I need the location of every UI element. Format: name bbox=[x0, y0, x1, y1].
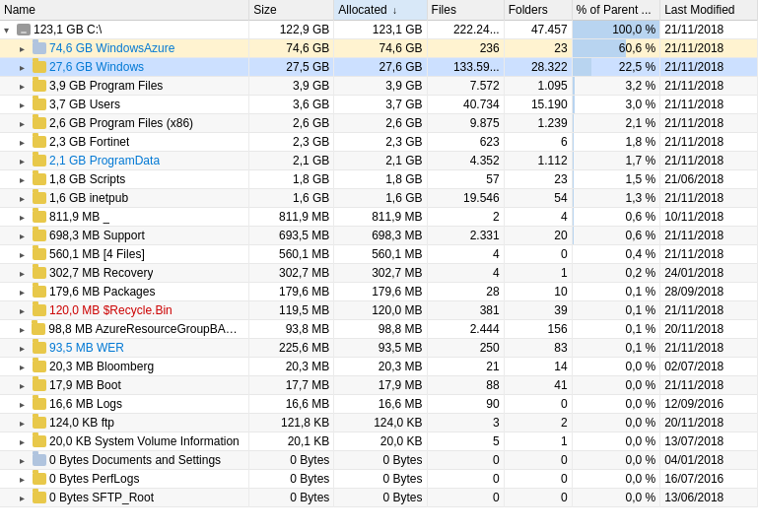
table-row[interactable]: ▸3,7 GB Users3,6 GB3,7 GB40.73415.1903,0… bbox=[0, 96, 758, 114]
files-cell: 5 bbox=[427, 432, 504, 451]
table-row[interactable]: ▸560,1 MB [4 Files]560,1 MB560,1 MB400,4… bbox=[0, 245, 758, 264]
percent-text: 100,0 % bbox=[577, 23, 656, 36]
table-row[interactable]: ▸179,6 MB Packages179,6 MB179,6 MB28100,… bbox=[0, 283, 758, 301]
modified-cell: 02/07/2018 bbox=[660, 358, 758, 376]
table-row[interactable]: ▸1,8 GB Scripts1,8 GB1,8 GB57231,5 %21/0… bbox=[0, 170, 758, 189]
table-row[interactable]: ▾123,1 GB C:\122,9 GB123,1 GB222.24...47… bbox=[0, 21, 758, 39]
folder-icon bbox=[33, 211, 46, 223]
col-header-name[interactable]: Name bbox=[0, 0, 249, 21]
table-row[interactable]: ▸302,7 MB Recovery302,7 MB302,7 MB410,2 … bbox=[0, 264, 758, 283]
col-header-allocated[interactable]: Allocated ↓ bbox=[334, 0, 427, 21]
percent-text: 0,2 % bbox=[577, 266, 656, 280]
table-row[interactable]: ▸120,0 MB $Recycle.Bin119,5 MB120,0 MB38… bbox=[0, 301, 758, 320]
modified-cell: 21/11/2018 bbox=[660, 376, 758, 395]
table-row[interactable]: ▸93,5 MB WER225,6 MB93,5 MB250830,1 %21/… bbox=[0, 339, 758, 358]
expand-arrow[interactable]: ▸ bbox=[20, 118, 30, 129]
expand-arrow[interactable]: ▸ bbox=[20, 174, 30, 185]
table-row[interactable]: ▸20,3 MB Bloomberg20,3 MB20,3 MB21140,0 … bbox=[0, 358, 758, 376]
files-cell: 3 bbox=[427, 414, 504, 432]
percent-cell: 0,0 % bbox=[572, 414, 660, 432]
drive-icon bbox=[17, 24, 31, 35]
table-row[interactable]: ▸20,0 KB System Volume Information20,1 K… bbox=[0, 432, 758, 451]
name-cell: ▸1,8 GB Scripts bbox=[0, 170, 249, 189]
col-header-folders[interactable]: Folders bbox=[504, 0, 572, 21]
expand-arrow[interactable]: ▸ bbox=[20, 493, 30, 503]
folders-cell: 0 bbox=[504, 470, 572, 489]
expand-arrow[interactable]: ▸ bbox=[20, 100, 30, 110]
table-row[interactable]: ▸698,3 MB Support693,5 MB698,3 MB2.33120… bbox=[0, 227, 758, 245]
expand-arrow[interactable]: ▸ bbox=[20, 43, 30, 54]
folders-cell: 4 bbox=[504, 208, 572, 227]
expand-arrow[interactable]: ▸ bbox=[20, 231, 30, 241]
table-row[interactable]: ▸2,6 GB Program Files (x86)2,6 GB2,6 GB9… bbox=[0, 114, 758, 133]
expand-arrow[interactable]: ▸ bbox=[20, 212, 30, 223]
expand-arrow[interactable]: ▸ bbox=[20, 305, 30, 316]
expand-arrow[interactable]: ▸ bbox=[20, 62, 30, 73]
expand-arrow[interactable]: ▸ bbox=[20, 362, 30, 372]
size-cell: 2,6 GB bbox=[249, 114, 334, 133]
expand-arrow[interactable]: ▸ bbox=[20, 455, 30, 466]
table-row[interactable]: ▸0 Bytes Documents and Settings0 Bytes0 … bbox=[0, 451, 758, 470]
col-header-size[interactable]: Size bbox=[249, 0, 334, 21]
table-row[interactable]: ▸16,6 MB Logs16,6 MB16,6 MB9000,0 %12/09… bbox=[0, 395, 758, 414]
expand-arrow[interactable]: ▸ bbox=[20, 81, 30, 92]
name-cell: ▸20,0 KB System Volume Information bbox=[0, 432, 249, 451]
table-row[interactable]: ▸1,6 GB inetpub1,6 GB1,6 GB19.546541,3 %… bbox=[0, 189, 758, 208]
folder-icon bbox=[33, 192, 46, 204]
table-row[interactable]: ▸2,3 GB Fortinet2,3 GB2,3 GB62361,8 %21/… bbox=[0, 133, 758, 152]
expand-arrow[interactable]: ▸ bbox=[20, 399, 30, 410]
size-cell: 0 Bytes bbox=[249, 489, 334, 507]
table-row[interactable]: ▸0 Bytes SFTP_Root0 Bytes0 Bytes000,0 %1… bbox=[0, 489, 758, 507]
table-row[interactable]: ▸17,9 MB Boot17,7 MB17,9 MB88410,0 %21/1… bbox=[0, 376, 758, 395]
expand-arrow[interactable]: ▸ bbox=[20, 156, 30, 166]
name-cell: ▸93,5 MB WER bbox=[0, 339, 249, 358]
percent-text: 0,0 % bbox=[577, 416, 656, 430]
expand-arrow[interactable]: ▸ bbox=[20, 137, 30, 148]
expand-arrow[interactable]: ▸ bbox=[20, 474, 30, 485]
expand-arrow[interactable]: ▸ bbox=[20, 343, 30, 354]
table-row[interactable]: ▸124,0 KB ftp121,8 KB124,0 KB320,0 %20/1… bbox=[0, 414, 758, 432]
table-row[interactable]: ▸98,8 MB AzureResourceGroupBACKUP93,8 MB… bbox=[0, 320, 758, 339]
expand-arrow[interactable]: ▸ bbox=[20, 249, 30, 260]
allocated-cell: 3,9 GB bbox=[334, 77, 427, 96]
name-cell: ▾123,1 GB C:\ bbox=[0, 21, 249, 39]
folder-icon bbox=[33, 435, 46, 447]
expand-arrow[interactable]: ▸ bbox=[20, 268, 30, 279]
expand-arrow[interactable]: ▸ bbox=[20, 287, 30, 298]
size-cell: 0 Bytes bbox=[249, 470, 334, 489]
name-cell: ▸98,8 MB AzureResourceGroupBACKUP bbox=[0, 320, 249, 339]
allocated-cell: 20,0 KB bbox=[334, 432, 427, 451]
folders-cell: 6 bbox=[504, 133, 572, 152]
modified-cell: 16/07/2016 bbox=[660, 470, 758, 489]
name-cell: ▸698,3 MB Support bbox=[0, 227, 249, 245]
table-row[interactable]: ▸0 Bytes PerfLogs0 Bytes0 Bytes000,0 %16… bbox=[0, 470, 758, 489]
expand-arrow[interactable]: ▾ bbox=[4, 25, 14, 35]
col-header-files[interactable]: Files bbox=[427, 0, 504, 21]
percent-text: 0,0 % bbox=[577, 453, 656, 467]
expand-arrow[interactable]: ▸ bbox=[20, 324, 29, 335]
size-cell: 20,3 MB bbox=[249, 358, 334, 376]
expand-arrow[interactable]: ▸ bbox=[20, 380, 30, 391]
folders-cell: 0 bbox=[504, 451, 572, 470]
table-row[interactable]: ▸2,1 GB ProgramData2,1 GB2,1 GB4.3521.11… bbox=[0, 152, 758, 170]
expand-arrow[interactable]: ▸ bbox=[20, 418, 30, 429]
table-row[interactable]: ▸811,9 MB _811,9 MB811,9 MB240,6 %10/11/… bbox=[0, 208, 758, 227]
expand-arrow[interactable]: ▸ bbox=[20, 436, 30, 447]
col-header-percent[interactable]: % of Parent ... bbox=[572, 0, 660, 21]
row-name-text: 3,9 GB Program Files bbox=[49, 79, 163, 93]
files-cell: 57 bbox=[427, 170, 504, 189]
table-row[interactable]: ▸27,6 GB Windows27,5 GB27,6 GB133.59...2… bbox=[0, 58, 758, 77]
row-name-text: 811,9 MB _ bbox=[49, 210, 109, 224]
percent-text: 2,1 % bbox=[577, 116, 656, 130]
expand-arrow[interactable]: ▸ bbox=[20, 193, 30, 204]
folder-special-icon bbox=[33, 454, 46, 466]
row-name-text: 698,3 MB Support bbox=[49, 229, 145, 242]
folder-icon bbox=[33, 342, 46, 354]
modified-cell: 04/01/2018 bbox=[660, 451, 758, 470]
modified-cell: 21/11/2018 bbox=[660, 245, 758, 264]
table-row[interactable]: ▸74,6 GB WindowsAzure74,6 GB74,6 GB23623… bbox=[0, 39, 758, 58]
files-cell: 0 bbox=[427, 470, 504, 489]
col-header-modified[interactable]: Last Modified bbox=[660, 0, 758, 21]
allocated-cell: 811,9 MB bbox=[334, 208, 427, 227]
table-row[interactable]: ▸3,9 GB Program Files3,9 GB3,9 GB7.5721.… bbox=[0, 77, 758, 96]
